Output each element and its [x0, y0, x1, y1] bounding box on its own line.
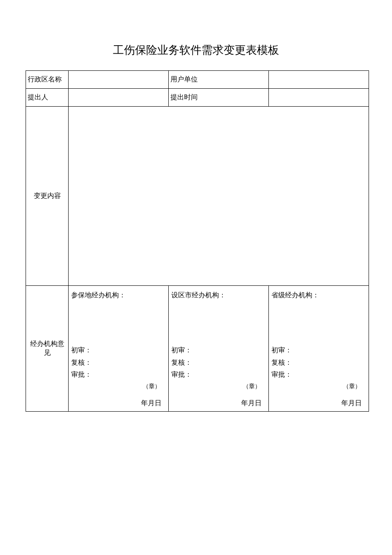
opinion-approve-province: 审批： — [271, 369, 366, 381]
opinion-stamp-city: （章） — [171, 383, 266, 390]
unit-label: 用户单位 — [169, 71, 269, 89]
unit-value — [269, 71, 369, 89]
proposer-label: 提出人 — [26, 89, 69, 107]
opinion-first-review-province: 初审： — [271, 344, 366, 357]
propose-time-value — [269, 89, 369, 107]
opinion-header-province: 省级经办机构： — [271, 289, 366, 302]
change-content-value — [69, 107, 369, 286]
opinion-header-city: 设区市经办机构： — [171, 289, 266, 302]
opinion-date-local: 年月日 — [71, 399, 166, 408]
proposer-value — [69, 89, 169, 107]
row-opinion: 经办机构意见 参保地经办机构： 初审： 复核： 审批： （章） 年月日 设区市经… — [26, 286, 369, 412]
page-title: 工伤保险业务软件需求变更表模板 — [26, 43, 366, 58]
opinion-date-province: 年月日 — [271, 399, 366, 408]
row-region-unit: 行政区名称 用户单位 — [26, 71, 369, 89]
opinion-recheck-city: 复核： — [171, 357, 266, 369]
opinion-cell-local: 参保地经办机构： 初审： 复核： 审批： （章） 年月日 — [69, 286, 169, 412]
opinion-label: 经办机构意见 — [26, 286, 69, 412]
change-content-label: 变更内容 — [26, 107, 69, 286]
region-label: 行政区名称 — [26, 71, 69, 89]
row-proposer-time: 提出人 提出时间 — [26, 89, 369, 107]
form-table: 行政区名称 用户单位 提出人 提出时间 变更内容 经办机构意见 参保地经办机构：… — [26, 70, 369, 412]
opinion-first-review-local: 初审： — [71, 344, 166, 357]
opinion-approve-local: 审批： — [71, 369, 166, 381]
opinion-recheck-local: 复核： — [71, 357, 166, 369]
opinion-cell-province: 省级经办机构： 初审： 复核： 审批： （章） 年月日 — [269, 286, 369, 412]
opinion-cell-city: 设区市经办机构： 初审： 复核： 审批： （章） 年月日 — [169, 286, 269, 412]
opinion-stamp-local: （章） — [71, 383, 166, 390]
region-value — [69, 71, 169, 89]
opinion-recheck-province: 复核： — [271, 357, 366, 369]
row-change-content: 变更内容 — [26, 107, 369, 286]
propose-time-label: 提出时间 — [169, 89, 269, 107]
opinion-header-local: 参保地经办机构： — [71, 289, 166, 302]
opinion-date-city: 年月日 — [171, 399, 266, 408]
opinion-first-review-city: 初审： — [171, 344, 266, 357]
opinion-stamp-province: （章） — [271, 383, 366, 390]
opinion-approve-city: 审批： — [171, 369, 266, 381]
